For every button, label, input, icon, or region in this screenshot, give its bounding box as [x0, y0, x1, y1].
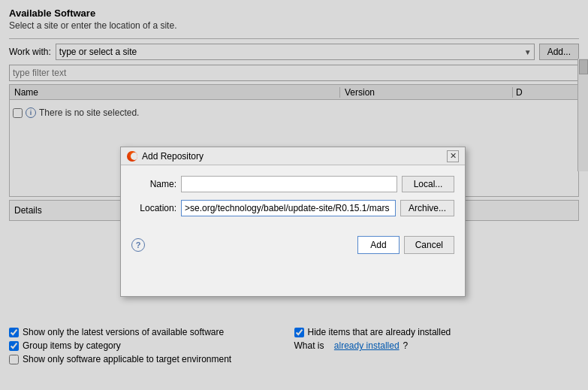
local-button[interactable]: Local... — [402, 176, 454, 192]
modal-overlay: Add Repository ✕ Name: Local... Location… — [0, 0, 588, 390]
footer-buttons: Add Cancel — [357, 236, 454, 254]
modal-titlebar: Add Repository ✕ — [121, 147, 465, 165]
help-icon[interactable]: ? — [131, 238, 145, 252]
name-input[interactable] — [181, 176, 397, 192]
name-label: Name: — [131, 179, 176, 189]
add-repository-dialog: Add Repository ✕ Name: Local... Location… — [120, 147, 466, 297]
modal-body: Name: Local... Location: Archive... — [121, 165, 465, 231]
archive-button[interactable]: Archive... — [400, 200, 454, 216]
modal-title-text: Add Repository — [142, 151, 204, 162]
dialog-add-button[interactable]: Add — [357, 236, 399, 254]
modal-close-button[interactable]: ✕ — [447, 150, 459, 162]
location-label: Location: — [131, 203, 176, 213]
dialog-cancel-button[interactable]: Cancel — [404, 236, 454, 254]
eclipse-logo-icon — [127, 151, 137, 162]
main-panel: Available Software Select a site or ente… — [0, 0, 588, 390]
location-input[interactable] — [181, 200, 396, 216]
name-row: Name: Local... — [131, 176, 454, 192]
modal-title-left: Add Repository — [127, 151, 204, 162]
modal-footer: ? Add Cancel — [121, 231, 465, 263]
location-row: Location: Archive... — [131, 200, 454, 216]
